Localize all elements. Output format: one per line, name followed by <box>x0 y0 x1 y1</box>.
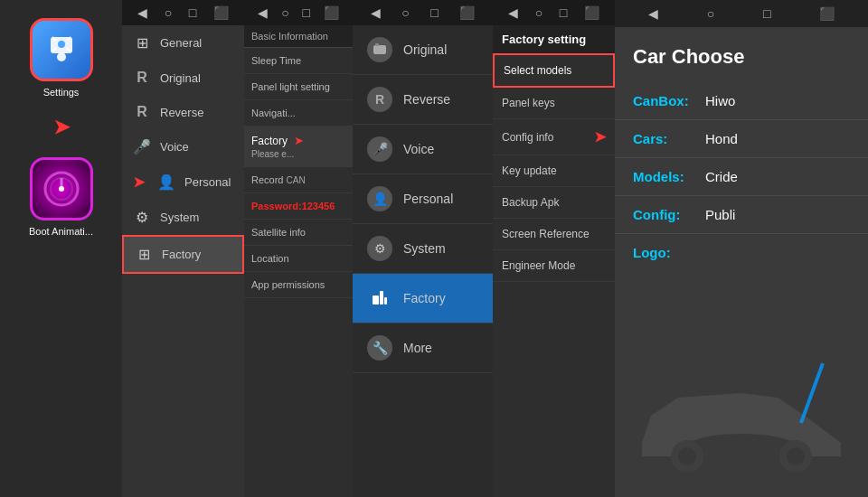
sub-satellite[interactable]: Satellite info <box>244 220 353 246</box>
factory-key-update[interactable]: Key update <box>493 155 615 187</box>
svg-rect-9 <box>373 295 379 305</box>
sub-satellite-label: Satellite info <box>251 227 306 238</box>
personal-menu-icon: 👤 <box>367 186 392 211</box>
panel4-nav: ◀ ○ □ ⬛ <box>353 0 493 25</box>
sub-factory-text: Factory <box>251 135 288 147</box>
cars-field: Cars: Hond <box>615 120 868 158</box>
sub-record[interactable]: Record CAN <box>244 167 353 193</box>
menu-system[interactable]: ⚙ System <box>122 200 244 235</box>
factory-dropdown-panel: ◀ ○ □ ⬛ Original R Reverse 🎤 Voice 👤 Per… <box>353 0 493 497</box>
factory-config-info[interactable]: Config info ➤ <box>493 119 615 155</box>
svg-rect-11 <box>384 297 387 305</box>
sub-password: Password:123456 <box>244 193 353 220</box>
general-icon: ⊞ <box>133 34 151 52</box>
back-icon-4[interactable]: ◀ <box>371 5 381 20</box>
recents-icon-3[interactable]: □ <box>302 5 309 20</box>
factory-screen-ref[interactable]: Screen Reference <box>493 219 615 250</box>
panel-keys-label: Panel keys <box>502 97 555 109</box>
factory-personal-label: Personal <box>403 192 453 206</box>
factory-menu-voice[interactable]: 🎤 Voice <box>353 125 493 174</box>
menu-personal[interactable]: ➤ 👤 Personal <box>122 164 244 200</box>
back-icon-5[interactable]: ◀ <box>508 5 518 20</box>
factory-menu-factory[interactable]: Factory <box>353 274 493 324</box>
recents-icon-2[interactable]: □ <box>189 5 196 20</box>
car-choose-panel: ◀ ○ □ ⬛ Car Choose CanBox: Hiwo Cars: Ho… <box>615 0 868 497</box>
status-icon-3: ⬛ <box>324 5 339 20</box>
menu-factory[interactable]: ⊞ Factory <box>122 235 244 274</box>
factory-menu-more[interactable]: 🔧 More <box>353 324 493 373</box>
sub-please-enter: Please e... <box>251 149 345 159</box>
factory-icon: ⊞ <box>135 246 153 263</box>
factory-menu-system[interactable]: ⚙ System <box>353 224 493 274</box>
boot-app-image <box>30 157 93 220</box>
status-icon-2: ⬛ <box>213 5 229 20</box>
home-icon-4[interactable]: ○ <box>401 5 409 20</box>
more-menu-icon: 🔧 <box>367 335 392 361</box>
arrow-personal: ➤ <box>133 173 145 191</box>
home-icon-6[interactable]: ○ <box>707 6 714 21</box>
reverse-icon: R <box>133 104 151 120</box>
back-icon-6[interactable]: ◀ <box>648 6 658 21</box>
settings-app-icon[interactable]: Settings <box>30 18 93 98</box>
recents-icon-6[interactable]: □ <box>763 6 770 21</box>
sub-sleep-time-label: Sleep Time <box>251 55 301 66</box>
sub-navigation[interactable]: Navigati... <box>244 100 353 127</box>
select-models-label: Select models <box>504 64 571 77</box>
boot-app-icon[interactable]: Boot Animati... <box>29 157 93 237</box>
menu-original[interactable]: R Original <box>122 61 244 95</box>
panel4-content: Original R Reverse 🎤 Voice 👤 Personal ⚙ … <box>353 25 493 497</box>
factory-menu-reverse[interactable]: R Reverse <box>353 75 493 125</box>
factory-select-models[interactable]: Select models <box>493 53 615 88</box>
recents-icon-5[interactable]: □ <box>560 5 567 20</box>
factory-settings-panel: ◀ ○ □ ⬛ Factory setting Select models Pa… <box>493 0 615 497</box>
menu-general[interactable]: ⊞ General <box>122 25 244 61</box>
menu-factory-label: Factory <box>162 248 201 261</box>
canbox-value: Hiwo <box>705 93 850 108</box>
factory-menu-personal[interactable]: 👤 Personal <box>353 174 493 224</box>
factory-backup-apk[interactable]: Backup Apk <box>493 187 615 219</box>
factory-panel-keys[interactable]: Panel keys <box>493 88 615 119</box>
factory-menu-original[interactable]: Original <box>353 25 493 75</box>
sub-sleep-time[interactable]: Sleep Time <box>244 48 353 74</box>
menu-original-label: Original <box>160 71 201 85</box>
factory-menu-icon <box>367 286 392 311</box>
panel3-nav: ◀ ○ □ ⬛ <box>244 0 353 25</box>
sub-factory-entry[interactable]: Factory ➤ Please e... <box>244 127 353 167</box>
menu-reverse[interactable]: R Reverse <box>122 95 244 129</box>
svg-point-15 <box>787 447 805 465</box>
menu-voice-label: Voice <box>160 140 189 154</box>
original-menu-icon <box>367 37 392 62</box>
sub-can-text: CAN <box>287 175 306 185</box>
svg-rect-10 <box>380 291 383 305</box>
settings-app-label: Settings <box>43 87 80 98</box>
config-info-label: Config info <box>502 131 553 144</box>
factory-settings-header: Factory setting <box>493 25 615 53</box>
sub-panel-light[interactable]: Panel light setting <box>244 74 353 100</box>
svg-point-1 <box>57 52 66 61</box>
system-menu-icon: ⚙ <box>367 236 392 261</box>
sub-app-permissions[interactable]: App permissions <box>244 272 353 298</box>
svg-rect-8 <box>375 43 379 46</box>
menu-system-label: System <box>160 211 199 224</box>
backup-apk-label: Backup Apk <box>502 196 559 209</box>
engineer-mode-label: Engineer Mode <box>502 259 575 272</box>
sub-navigation-label: Navigati... <box>251 108 296 118</box>
sub-panel-light-label: Panel light setting <box>251 81 330 92</box>
menu-general-label: General <box>160 36 202 50</box>
settings-app-image <box>30 18 93 81</box>
menu-reverse-label: Reverse <box>160 106 203 119</box>
status-icon-4: ⬛ <box>459 5 475 20</box>
back-icon-2[interactable]: ◀ <box>137 5 147 20</box>
back-icon-3[interactable]: ◀ <box>258 5 268 20</box>
recents-icon-4[interactable]: □ <box>430 5 438 20</box>
home-icon-5[interactable]: ○ <box>535 5 542 20</box>
factory-more-label: More <box>403 341 432 355</box>
home-icon-3[interactable]: ○ <box>281 5 288 20</box>
config-label: Config: <box>633 207 705 222</box>
config-field: Config: Publi <box>615 196 868 234</box>
sub-location[interactable]: Location <box>244 246 353 272</box>
sub-location-label: Location <box>251 253 289 264</box>
home-icon-2[interactable]: ○ <box>165 5 172 20</box>
menu-voice[interactable]: 🎤 Voice <box>122 129 244 164</box>
factory-engineer-mode[interactable]: Engineer Mode <box>493 250 615 282</box>
